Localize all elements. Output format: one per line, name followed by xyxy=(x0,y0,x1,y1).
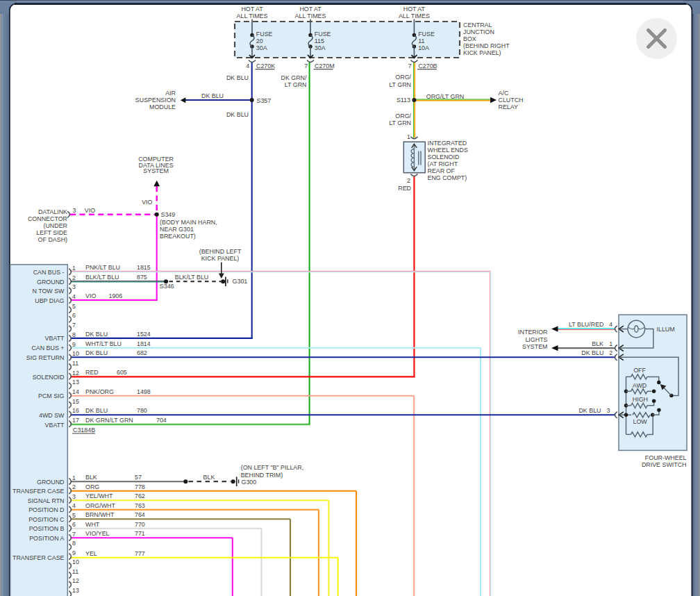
svg-text:DK BLU: DK BLU xyxy=(201,92,224,99)
svg-text:CLUTCH: CLUTCH xyxy=(499,97,524,104)
svg-text:OF DASH): OF DASH) xyxy=(38,236,67,243)
svg-text:4WD SW: 4WD SW xyxy=(39,412,65,419)
svg-text:G301: G301 xyxy=(233,278,248,285)
svg-text:2: 2 xyxy=(609,349,612,356)
svg-text:RED: RED xyxy=(85,369,99,376)
svg-text:763: 763 xyxy=(135,502,145,509)
svg-text:1: 1 xyxy=(72,265,76,272)
svg-text:(AT RIGHT: (AT RIGHT xyxy=(428,160,458,167)
svg-text:SYSTEM: SYSTEM xyxy=(522,343,548,350)
svg-text:KICK PANEL): KICK PANEL) xyxy=(201,255,240,262)
svg-text:LT BLU/RED: LT BLU/RED xyxy=(569,321,603,328)
svg-text:HOT AT: HOT AT xyxy=(299,6,322,13)
svg-text:FUSE: FUSE xyxy=(315,31,331,38)
svg-text:HOT AT: HOT AT xyxy=(403,6,426,13)
svg-text:ORG/: ORG/ xyxy=(395,74,411,81)
svg-text:HIGH: HIGH xyxy=(633,396,648,403)
svg-text:682: 682 xyxy=(137,349,147,356)
svg-text:BEHIND TRIM): BEHIND TRIM) xyxy=(241,472,283,479)
svg-text:S113: S113 xyxy=(397,97,410,104)
svg-text:VIO: VIO xyxy=(142,199,152,206)
svg-text:JUNCTION: JUNCTION xyxy=(463,28,494,35)
svg-text:FUSE: FUSE xyxy=(256,31,273,38)
svg-text:1815: 1815 xyxy=(137,264,151,271)
svg-text:1814: 1814 xyxy=(137,340,151,347)
svg-text:3: 3 xyxy=(72,283,76,290)
svg-text:VIO: VIO xyxy=(85,207,95,214)
svg-text:LEFT SIDE: LEFT SIDE xyxy=(36,229,67,236)
svg-text:14: 14 xyxy=(72,388,79,395)
svg-text:SOLENOID: SOLENOID xyxy=(33,374,65,381)
svg-text:777: 777 xyxy=(135,550,145,557)
svg-text:764: 764 xyxy=(135,511,145,518)
svg-text:SUSPENSION: SUSPENSION xyxy=(135,97,176,104)
svg-text:WHT: WHT xyxy=(85,521,100,528)
svg-text:S357: S357 xyxy=(257,97,272,104)
svg-text:(ON LEFT "B" PILLAR,: (ON LEFT "B" PILLAR, xyxy=(241,464,303,471)
svg-text:PNK/LT BLU: PNK/LT BLU xyxy=(85,264,120,271)
svg-text:ALL TIMES: ALL TIMES xyxy=(399,13,430,19)
svg-text:7: 7 xyxy=(72,322,76,329)
svg-text:TRANSFER CASE: TRANSFER CASE xyxy=(12,554,65,561)
svg-text:BLK: BLK xyxy=(85,474,97,481)
svg-text:LT GRN: LT GRN xyxy=(285,81,307,88)
svg-text:6: 6 xyxy=(72,521,76,528)
svg-text:762: 762 xyxy=(135,492,145,499)
svg-text:10: 10 xyxy=(72,350,79,357)
svg-text:BLK/LT BLU: BLK/LT BLU xyxy=(175,274,209,281)
svg-text:9: 9 xyxy=(72,341,76,348)
svg-text:704: 704 xyxy=(156,417,167,424)
svg-text:57: 57 xyxy=(135,474,142,481)
svg-text:LT GRN: LT GRN xyxy=(389,81,411,88)
svg-text:605: 605 xyxy=(117,369,127,376)
svg-text:G300: G300 xyxy=(242,479,257,486)
svg-text:LIGHTS: LIGHTS xyxy=(525,336,547,343)
svg-text:1498: 1498 xyxy=(137,388,151,395)
svg-text:VBATT: VBATT xyxy=(45,422,65,429)
svg-text:30A: 30A xyxy=(315,44,326,51)
svg-text:8: 8 xyxy=(72,540,76,547)
svg-text:INTERIOR: INTERIOR xyxy=(518,329,547,336)
svg-text:1906: 1906 xyxy=(109,292,123,299)
svg-text:OFF: OFF xyxy=(633,367,646,374)
svg-text:8: 8 xyxy=(72,331,76,338)
svg-text:C270K: C270K xyxy=(256,63,275,69)
svg-text:MODULE: MODULE xyxy=(149,104,176,110)
svg-text:15: 15 xyxy=(72,398,79,405)
svg-text:771: 771 xyxy=(135,530,145,537)
svg-text:4: 4 xyxy=(609,321,612,328)
svg-text:DK BLU: DK BLU xyxy=(85,349,108,356)
svg-text:UBP DIAG: UBP DIAG xyxy=(35,297,64,304)
svg-text:AWD: AWD xyxy=(633,382,647,389)
svg-text:1: 1 xyxy=(609,340,612,347)
svg-text:(UNDER: (UNDER xyxy=(43,222,67,229)
svg-text:ALL TIMES: ALL TIMES xyxy=(295,13,326,19)
svg-text:1: 1 xyxy=(407,133,410,140)
svg-text:770: 770 xyxy=(135,521,145,528)
svg-text:BRN/WHT: BRN/WHT xyxy=(85,511,115,518)
svg-text:(BODY MAIN HARN,: (BODY MAIN HARN, xyxy=(160,219,217,226)
svg-text:DATALINK: DATALINK xyxy=(38,208,67,215)
svg-text:13: 13 xyxy=(72,379,79,386)
svg-text:WHT/LT BLU: WHT/LT BLU xyxy=(85,340,122,347)
svg-text:6: 6 xyxy=(72,312,76,319)
svg-text:POSITION B: POSITION B xyxy=(29,525,65,532)
svg-text:ORG/WHT: ORG/WHT xyxy=(85,502,115,509)
svg-text:7: 7 xyxy=(72,531,76,538)
svg-text:ORG/LT GRN: ORG/LT GRN xyxy=(426,93,464,100)
svg-text:13: 13 xyxy=(72,587,79,594)
svg-text:GROUND: GROUND xyxy=(37,479,64,486)
svg-text:17: 17 xyxy=(72,417,79,424)
svg-text:C270M: C270M xyxy=(315,63,335,69)
svg-text:FUSE: FUSE xyxy=(418,31,435,38)
svg-text:ALL TIMES: ALL TIMES xyxy=(237,13,268,19)
svg-text:LT GRN: LT GRN xyxy=(389,119,411,126)
svg-text:DK BLU: DK BLU xyxy=(85,407,108,414)
svg-text:ILLUM: ILLUM xyxy=(657,326,675,333)
svg-text:780: 780 xyxy=(137,407,147,414)
svg-text:12: 12 xyxy=(72,577,79,584)
svg-text:4: 4 xyxy=(72,502,76,509)
svg-text:NEAR G301: NEAR G301 xyxy=(160,226,194,233)
svg-text:CONNECTOR: CONNECTOR xyxy=(28,215,67,222)
svg-text:BREAKOUT): BREAKOUT) xyxy=(160,233,196,240)
